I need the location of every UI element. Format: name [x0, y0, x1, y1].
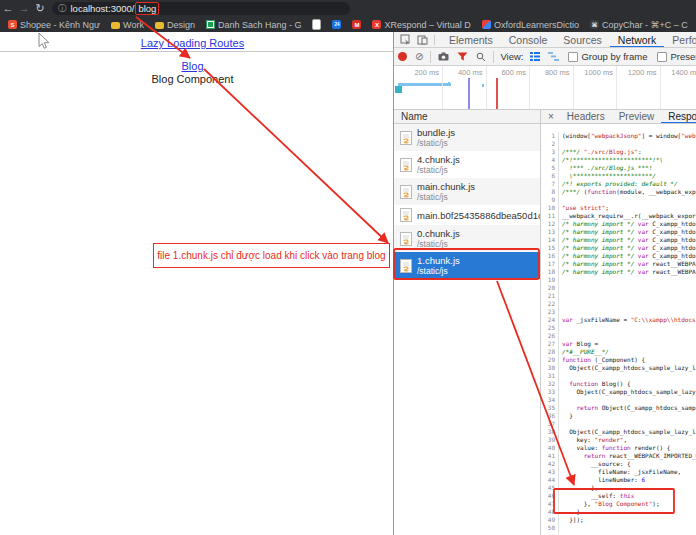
- device-toolbar-icon[interactable]: [417, 34, 428, 45]
- waterfall-view-icon[interactable]: [548, 52, 559, 61]
- tab-network[interactable]: Network: [610, 32, 665, 48]
- tab-console[interactable]: Console: [501, 32, 556, 48]
- line-number: 12: [541, 220, 555, 228]
- line-number: 2: [541, 140, 555, 148]
- bookmark-item[interactable]: Danh Sach Hang - G: [202, 18, 306, 31]
- request-list: bundle.js/static/js4.chunk.js/static/jsm…: [394, 124, 541, 535]
- checkbox-box[interactable]: [657, 52, 667, 62]
- line-number: 28: [541, 348, 555, 356]
- bookmark-item[interactable]: Work: [107, 18, 148, 31]
- detail-tab-preview[interactable]: Preview: [612, 110, 662, 124]
- line-number: 40: [541, 444, 555, 452]
- request-row-0-chunk-js[interactable]: 0.chunk.js/static/js: [394, 225, 540, 252]
- screenshot-camera-icon[interactable]: [438, 52, 449, 61]
- detail-tab-response[interactable]: Response: [661, 110, 696, 124]
- blog-component-text: Blog Component: [0, 73, 385, 85]
- code-line: [562, 324, 696, 332]
- inspect-icon[interactable]: [400, 34, 411, 45]
- checkbox-group-by-frame[interactable]: Group by frame: [568, 51, 647, 62]
- line-number: 45: [541, 484, 555, 492]
- bookmark-label: Shopee - Kênh Ngư: [20, 20, 100, 30]
- code-line: /*! exports provided: default */: [562, 180, 696, 188]
- request-path: /static/js: [417, 165, 460, 175]
- bookmark-item[interactable]: Design: [151, 18, 199, 31]
- bookmark-item[interactable]: SShopee - Kênh Ngư: [4, 18, 104, 31]
- line-number: 7: [541, 180, 555, 188]
- line-number: 5: [541, 164, 555, 172]
- line-number: 43: [541, 468, 555, 476]
- line-number: 27: [541, 340, 555, 348]
- timeline-tick-label: 800 ms: [530, 68, 570, 77]
- xrespond-icon: X: [372, 20, 381, 29]
- bookmark-item[interactable]: XXRespond – Virtual D: [368, 18, 474, 31]
- list-view-icon[interactable]: [530, 52, 540, 61]
- code-line: var _jsxFileName = "C:\\xampp\\htdocs\\s…: [562, 316, 696, 324]
- line-number: 11: [541, 212, 555, 220]
- overview-request-bar: [398, 83, 451, 86]
- search-icon[interactable]: [476, 52, 486, 62]
- bookmark-label: OxfordLearnersDictio: [494, 20, 579, 30]
- request-name: 1.chunk.js: [417, 255, 460, 266]
- code-line: Object(C_xampp_htdocs_sample_lazy_loadin: [562, 364, 696, 372]
- code-line: [562, 300, 696, 308]
- mail-icon: M: [352, 20, 361, 29]
- record-icon[interactable]: [398, 52, 407, 61]
- request-row-4-chunk-js[interactable]: 4.chunk.js/static/js: [394, 151, 540, 178]
- close-icon[interactable]: ×: [548, 111, 554, 122]
- checkbox-preserve-log[interactable]: Preserve log: [657, 51, 696, 62]
- lazy-loading-routes-link[interactable]: Lazy Loading Routes: [0, 37, 385, 49]
- line-number: 18: [541, 268, 555, 276]
- refresh-icon[interactable]: ↻: [32, 0, 48, 17]
- bookmark-item[interactable]: M: [348, 18, 365, 31]
- tab-sources[interactable]: Sources: [555, 32, 610, 48]
- url-blog-highlight: blog: [135, 2, 159, 15]
- request-path: /static/js: [417, 266, 460, 276]
- tab-elements[interactable]: Elements: [441, 32, 501, 48]
- code-line: [562, 292, 696, 300]
- filter-icon[interactable]: [457, 52, 468, 61]
- line-number: 1: [541, 132, 555, 140]
- request-row-main-b0f25435886dbea50d1c-hot-up-[interactable]: main.b0f25435886dbea50d1c.hot-up...: [394, 205, 540, 225]
- code-line: [562, 332, 696, 340]
- name-column-header[interactable]: Name: [394, 110, 541, 124]
- request-row-1-chunk-js[interactable]: 1.chunk.js/static/js: [394, 252, 540, 279]
- forward-icon[interactable]: →: [16, 0, 32, 17]
- request-name: 0.chunk.js: [417, 228, 460, 239]
- url-bar[interactable]: ⓘ localhost:3000/blog: [52, 2, 350, 15]
- line-number: 29: [541, 356, 555, 364]
- script-file-icon: [400, 131, 412, 145]
- request-row-main-chunk-js[interactable]: main.chunk.js/static/js: [394, 178, 540, 205]
- bookmark-item[interactable]: 24: [328, 18, 345, 31]
- clear-icon[interactable]: ⊘: [415, 52, 423, 62]
- site-info-icon[interactable]: ⓘ: [58, 3, 67, 15]
- line-number: 10: [541, 204, 555, 212]
- bookmark-item[interactable]: OxfordLearnersDictio: [478, 18, 583, 31]
- line-number: 35: [541, 404, 555, 412]
- tab-performance[interactable]: Performance: [664, 32, 696, 48]
- code-line: [562, 524, 696, 532]
- checkbox-box[interactable]: [568, 52, 578, 62]
- code-line: Object(C_xampp_htdocs_sample_lazy_load: [562, 388, 696, 396]
- request-row-bundle-js[interactable]: bundle.js/static/js: [394, 124, 540, 151]
- detail-tab-headers[interactable]: Headers: [560, 110, 612, 124]
- line-number: 20: [541, 284, 555, 292]
- response-code-viewer[interactable]: 1234567891011121314151617181920212223242…: [541, 124, 696, 535]
- network-overview[interactable]: 200 ms400 ms600 ms800 ms1000 ms1200 ms14…: [394, 66, 696, 110]
- script-file-icon: [400, 158, 412, 172]
- code-line: __self: this: [562, 492, 696, 500]
- blog-link[interactable]: Blog: [0, 60, 385, 72]
- timeline-tick-label: 1400 ms: [660, 68, 696, 77]
- request-name: 4.chunk.js: [417, 154, 460, 165]
- back-icon[interactable]: ←: [0, 0, 16, 17]
- code-line: [562, 420, 696, 428]
- code-lines: (window["webpackJsonp"] = window["webpac…: [562, 132, 696, 532]
- oxford-icon: [482, 20, 491, 29]
- script-file-icon: [400, 259, 412, 273]
- line-number: 36: [541, 412, 555, 420]
- line-number: 44: [541, 476, 555, 484]
- bookmark-item[interactable]: ⌘CopyChar - ⌘+C – C: [586, 18, 692, 31]
- bookmark-item[interactable]: [308, 18, 325, 31]
- code-line: "use strict";: [562, 204, 696, 212]
- line-number: 33: [541, 388, 555, 396]
- toolbar-divider: [434, 35, 435, 45]
